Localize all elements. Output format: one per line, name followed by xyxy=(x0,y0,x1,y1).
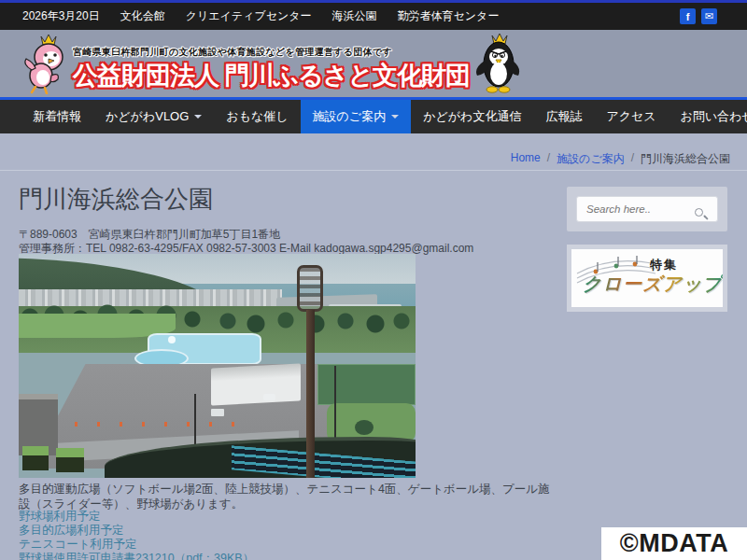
nav-item-events[interactable]: おもな催し xyxy=(214,100,300,133)
link-baseball-permit-pdf[interactable]: 野球場使用許可申請書231210（pdf：39KB） xyxy=(19,552,254,560)
chevron-down-icon xyxy=(194,115,202,119)
topbar-link-bunka-kaikan[interactable]: 文化会館 xyxy=(110,8,176,24)
facility-description: 多目的運動広場（ソフトボール場2面、陸上競技場）、テニスコート4面、ゲートボール… xyxy=(19,483,558,511)
breadcrumb-current: 門川海浜総合公園 xyxy=(641,151,730,167)
facility-links: 野球場利用予定 多目的広場利用予定 テニスコート利用予定 野球場使用許可申請書2… xyxy=(19,510,254,560)
nav-item-culture-news[interactable]: かどがわ文化通信 xyxy=(411,100,533,133)
social-icons: f ✉ xyxy=(680,8,730,24)
breadcrumb-separator: / xyxy=(631,151,634,167)
breadcrumb-home[interactable]: Home xyxy=(511,151,541,167)
main-nav: 新着情報 かどがわVLOG おもな催し 施設のご案内 かどがわ文化通信 広報誌 … xyxy=(0,100,747,133)
feature-closeup-banner[interactable]: 特集 クローズアップ xyxy=(567,245,727,312)
site-logo[interactable]: 宮崎県東臼杵郡門川町の文化施設や体育施設などを管理運営する団体です 公益財団法人… xyxy=(21,33,520,94)
nav-item-contact[interactable]: お問い合わせ xyxy=(669,100,747,133)
banner-title: クローズアップ xyxy=(583,272,723,297)
nav-item-vlog[interactable]: かどがわVLOG xyxy=(93,100,214,133)
park-aerial-photo xyxy=(19,254,416,478)
org-tagline: 宮崎県東臼杵郡門川町の文化施設や体育施設などを管理運営する団体です xyxy=(73,46,470,59)
link-baseball-schedule[interactable]: 野球場利用予定 xyxy=(19,510,254,524)
photo-pool-building xyxy=(211,363,301,405)
breadcrumb-separator: / xyxy=(547,151,550,167)
pink-bird-mascot-icon xyxy=(21,33,69,94)
nav-item-access[interactable]: アクセス xyxy=(594,100,668,133)
link-tennis-schedule[interactable]: テニスコート利用予定 xyxy=(19,538,254,552)
topbar-link-kinrosha-gym[interactable]: 勤労者体育センター xyxy=(388,8,510,24)
topbar-link-creative-center[interactable]: クリエイティブセンター xyxy=(176,8,322,24)
chevron-down-icon xyxy=(391,115,399,119)
breadcrumb: Home / 施設のご案内 / 門川海浜総合公園 xyxy=(511,151,730,167)
breadcrumb-divider xyxy=(0,170,747,171)
link-multipurpose-schedule[interactable]: 多目的広場利用予定 xyxy=(19,524,254,538)
logo-texts: 宮崎県東臼杵郡門川町の文化施設や体育施設などを管理運営する団体です 公益財団法人… xyxy=(73,46,470,92)
utility-topbar: 2026年3月20日 文化会館 クリエイティブセンター 海浜公園 勤労者体育セン… xyxy=(0,3,747,30)
page-title: 門川海浜総合公園 xyxy=(19,183,213,216)
search-icon[interactable] xyxy=(692,205,711,224)
photo-floodlight-tower xyxy=(297,265,323,312)
current-date: 2026年3月20日 xyxy=(17,8,110,24)
page: 2026年3月20日 文化会館 クリエイティブセンター 海浜公園 勤労者体育セン… xyxy=(0,0,747,560)
email-icon[interactable]: ✉ xyxy=(701,8,717,24)
watermark: ©MDATA xyxy=(601,527,747,560)
site-header: 宮崎県東臼杵郡門川町の文化施設や体育施設などを管理運営する団体です 公益財団法人… xyxy=(0,30,747,97)
nav-item-news[interactable]: 新着情報 xyxy=(21,100,93,133)
search-panel xyxy=(567,187,727,231)
facebook-icon[interactable]: f xyxy=(680,8,696,24)
penguin-mascot-icon xyxy=(473,33,520,94)
org-name: 公益財団法人 門川ふるさと文化財団 xyxy=(73,59,470,92)
nav-item-public-relations[interactable]: 広報誌 xyxy=(533,100,594,133)
photo-tennis-courts xyxy=(317,364,416,405)
breadcrumb-facilities[interactable]: 施設のご案内 xyxy=(557,151,625,167)
nav-item-facilities[interactable]: 施設のご案内 xyxy=(301,100,412,133)
topbar-link-kaihin-park[interactable]: 海浜公園 xyxy=(322,8,388,24)
